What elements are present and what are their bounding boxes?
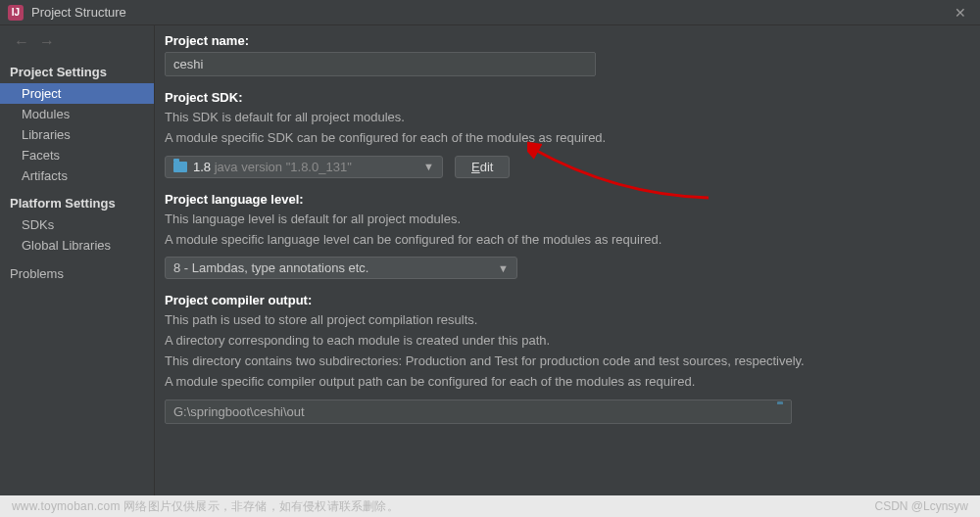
- chevron-down-icon: ▼: [423, 161, 434, 172]
- sidebar-item-facets[interactable]: Facets: [0, 145, 154, 165]
- close-icon[interactable]: ✕: [949, 3, 972, 23]
- chevron-down-icon: ▼: [498, 262, 509, 274]
- footer: www.toymoban.com 网络图片仅供展示，非存储，如有侵权请联系删除。…: [0, 495, 980, 517]
- project-sdk-desc1: This SDK is default for all project modu…: [165, 109, 956, 127]
- project-name-label: Project name:: [165, 33, 956, 48]
- sidebar-group-platform-settings: Platform Settings: [0, 192, 154, 214]
- language-level-label: Project language level:: [165, 192, 956, 207]
- compiler-output-value: G:\springboot\ceshi\out: [173, 404, 305, 419]
- sidebar-item-sdks[interactable]: SDKs: [0, 214, 154, 235]
- language-level-value: 8 - Lambdas, type annotations etc.: [173, 260, 368, 275]
- sidebar-item-libraries[interactable]: Libraries: [0, 124, 154, 145]
- edit-sdk-button[interactable]: Edit: [455, 156, 510, 178]
- language-level-desc2: A module specific language level can be …: [165, 231, 956, 250]
- compiler-output-input[interactable]: G:\springboot\ceshi\out: [165, 400, 792, 424]
- titlebar: IJ Project Structure ✕: [0, 0, 980, 25]
- language-level-desc1: This language level is default for all p…: [165, 211, 956, 229]
- compiler-output-desc4: A module specific compiler output path c…: [165, 373, 956, 392]
- project-sdk-desc2: A module specific SDK can be configured …: [165, 129, 956, 148]
- browse-folder-icon[interactable]: [777, 404, 783, 419]
- compiler-output-desc3: This directory contains two subdirectori…: [165, 352, 956, 371]
- sidebar: Project Settings Project Modules Librari…: [0, 25, 155, 495]
- app-icon: IJ: [8, 5, 24, 21]
- sidebar-item-project[interactable]: Project: [0, 83, 154, 104]
- footer-right: CSDN @Lcynsyw: [874, 499, 968, 513]
- project-sdk-label: Project SDK:: [165, 90, 956, 105]
- sidebar-item-artifacts[interactable]: Artifacts: [0, 165, 154, 186]
- footer-left: www.toymoban.com 网络图片仅供展示，非存储，如有侵权请联系删除。: [12, 498, 399, 515]
- compiler-output-desc1: This path is used to store all project c…: [165, 311, 956, 330]
- sdk-version: 1.8: [193, 160, 211, 174]
- compiler-output-label: Project compiler output:: [165, 293, 956, 307]
- content-pane: Project name: Project SDK: This SDK is d…: [155, 25, 980, 495]
- sidebar-item-modules[interactable]: Modules: [0, 104, 154, 124]
- sidebar-group-project-settings: Project Settings: [0, 61, 154, 83]
- project-name-input[interactable]: [165, 52, 596, 76]
- compiler-output-desc2: A directory corresponding to each module…: [165, 332, 956, 351]
- window-title: Project Structure: [31, 5, 126, 20]
- project-sdk-dropdown[interactable]: 1.8 java version "1.8.0_131" ▼: [165, 156, 443, 178]
- sidebar-item-problems[interactable]: Problems: [0, 263, 154, 284]
- sidebar-item-global-libraries[interactable]: Global Libraries: [0, 235, 154, 256]
- language-level-dropdown[interactable]: 8 - Lambdas, type annotations etc. ▼: [165, 257, 517, 279]
- sdk-version-detail: java version "1.8.0_131": [215, 160, 352, 174]
- folder-icon: [173, 162, 187, 172]
